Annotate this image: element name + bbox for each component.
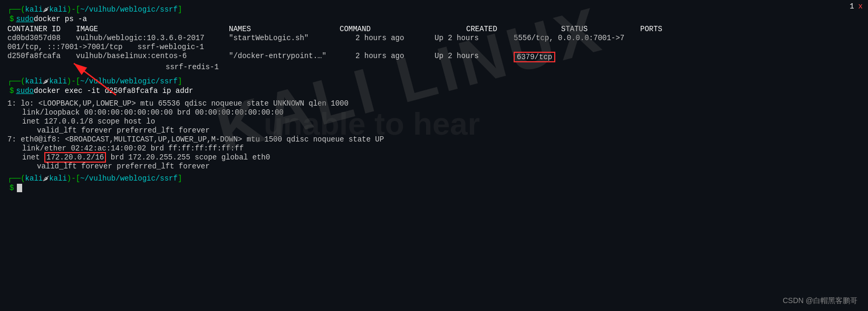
row2-command: "/docker-entrypoint.…" [218, 52, 340, 62]
docker-row-2: d250fa8fcafa vulhub/baselinux:centos-6 "… [7, 52, 861, 62]
header-created: CREATED [466, 25, 561, 33]
row1-image: vulhub/weblogic:10.3.6.0-2017 [76, 34, 218, 42]
prompt-dollar-2: $ [9, 87, 14, 95]
prompt-dollar-1: $ [9, 15, 14, 23]
header-image: IMAGE [76, 25, 218, 33]
cmd-sudo-2: sudo [16, 87, 34, 95]
row2-status: Up 2 hours [435, 52, 514, 62]
row2-ports: 6379/tcp [514, 52, 555, 62]
prompt-line-2: ┌──(kali🌶kali)-[~/vulhub/weblogic/ssrf] [7, 77, 861, 86]
prompt-command-line-1: $ sudo docker ps -a [7, 15, 861, 23]
prompt-at-1: kali [49, 5, 67, 14]
ip-line-2: link/loopback 00:00:00:00:00:00:00 brd 0… [7, 108, 861, 117]
ip-line-1: 1: lo: <LOOPBACK,UP,LOWER_UP> mtu 65536 … [7, 99, 861, 108]
ip-address-highlight: 172.20.0.2/16 [44, 152, 106, 163]
prompt-path-2: ~/vulhub/weblogic/ssrf [80, 77, 178, 86]
prompt-emoji-1: 🌶 [43, 6, 49, 14]
prompt-path-3: ~/vulhub/weblogic/ssrf [80, 174, 178, 183]
docker-row-1-line1: cd0bd3057d08 vulhub/weblogic:10.3.6.0-20… [7, 34, 861, 42]
ip-line-8: valid_lft forever preferred_lft forever [7, 162, 861, 171]
prompt-emoji-2: 🌶 [43, 78, 49, 86]
prompt-command-line-3: $ [7, 184, 861, 192]
prompt-bracket-end-1: ] [178, 5, 182, 14]
header-status: STATUS [561, 25, 640, 33]
ip-line-5: 7: eth0@if8: <BROADCAST,MULTICAST,UP,LOW… [7, 135, 861, 144]
row2-names: ssrf-redis-1 [166, 63, 219, 71]
row1-command: "startWebLogic.sh" [218, 34, 340, 42]
header-container-id: CONTAINER ID [7, 25, 76, 33]
prompt-command-line-2: $ sudo docker exec -it d250fa8fcafa ip a… [7, 87, 861, 95]
row1-created-spacer [340, 34, 355, 42]
prompt-at-2: kali [49, 77, 67, 86]
cmd-docker-exec: docker exec -it d250fa8fcafa ip addr [34, 87, 193, 95]
row1-ports: 5556/tcp, 0.0.0.0:7001->7 [514, 34, 624, 42]
prompt-path-1: ~/vulhub/weblogic/ssrf [80, 5, 178, 14]
row1-ports-cont: 001/tcp, :::7001->7001/tcp [7, 43, 122, 51]
cursor-block [17, 184, 22, 192]
prompt-bracket-end-2: ] [178, 77, 182, 86]
docker-ps-header: CONTAINER ID IMAGE NAMES COMMAND CREATED… [7, 25, 861, 33]
prompt-bracket-open-3: ┌──( [7, 174, 25, 183]
row2-created: 2 hours ago [355, 52, 435, 62]
header-command: COMMAND [340, 25, 466, 33]
spacer1 [7, 72, 861, 77]
prompt-line-3: ┌──(kali🌶kali)-[~/vulhub/weblogic/ssrf] [7, 174, 861, 183]
prompt-bracket-open-2: ┌──( [7, 77, 25, 86]
ip-line-7: inet 172.20.0.2/16 brd 172.20.255.255 sc… [7, 153, 861, 162]
header-ports: PORTS [640, 25, 662, 33]
row1-created: 2 hours ago [355, 34, 435, 42]
csdn-credit: CSDN @白帽黑客鹏哥 [783, 296, 857, 306]
ip-line-4: valid_lft forever preferred_lft forever [7, 126, 861, 135]
prompt-user-3: kali [25, 174, 43, 183]
row1-status: Up 2 hours [435, 34, 514, 42]
prompt-bracket-end-3: ] [178, 174, 182, 183]
docker-row-1-line2: 001/tcp, :::7001->7001/tcp ssrf-weblogic… [7, 43, 861, 51]
row2-created-spacer [340, 52, 355, 62]
close-button[interactable]: x [859, 2, 863, 11]
prompt-bracket-middle-2: )-[ [67, 77, 80, 86]
docker-row-2-names: ssrf-redis-1 [7, 63, 861, 71]
prompt-bracket-open-1: ┌──( [7, 5, 25, 14]
prompt-user-2: kali [25, 77, 43, 86]
ip-line-3: inet 127.0.0.1/8 scope host lo [7, 117, 861, 126]
ip-line-6: link/ether 02:42:ac:14:00:02 brd ff:ff:f… [7, 144, 861, 153]
row2-container-id: d250fa8fcafa [7, 52, 76, 62]
cmd-docker-1: docker ps -a [34, 15, 87, 23]
row1-names: ssrf-weblogic-1 [127, 43, 204, 51]
prompt-line-1: ┌──(kali🌶kali)-[~/vulhub/weblogic/ssrf] [7, 5, 861, 14]
prompt-emoji-3: 🌶 [43, 175, 49, 183]
prompt-dollar-3: $ [9, 184, 14, 192]
terminal-window: KALI LINUX unable to hear 1 x ┌──(kali🌶k… [0, 0, 868, 311]
prompt-at-3: kali [49, 174, 67, 183]
row2-ports-box: 6379/tcp [514, 52, 555, 62]
prompt-bracket-middle-3: )-[ [67, 174, 80, 183]
cmd-sudo-1: sudo [16, 15, 34, 23]
header-names-space: NAMES [218, 25, 340, 33]
prompt-bracket-middle-1: )-[ [67, 5, 80, 14]
prompt-user-1: kali [25, 5, 43, 14]
tab-number: 1 [850, 2, 854, 11]
row2-image: vulhub/baselinux:centos-6 [76, 52, 218, 62]
row1-container-id: cd0bd3057d08 [7, 34, 76, 42]
